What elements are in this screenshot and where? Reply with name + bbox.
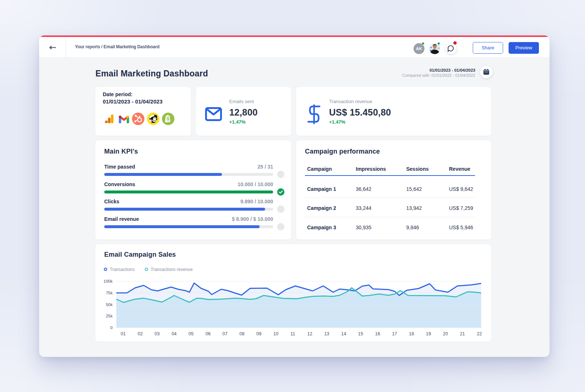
- svg-text:04: 04: [171, 331, 177, 336]
- svg-text:100k: 100k: [103, 279, 113, 283]
- svg-text:16: 16: [375, 331, 380, 336]
- svg-text:22: 22: [477, 331, 482, 336]
- svg-text:12: 12: [307, 331, 312, 336]
- svg-text:13: 13: [324, 331, 329, 336]
- svg-text:14: 14: [341, 331, 346, 336]
- svg-text:25k: 25k: [106, 314, 113, 318]
- svg-text:15: 15: [358, 331, 363, 336]
- svg-text:01: 01: [121, 331, 126, 336]
- svg-text:10: 10: [273, 331, 278, 336]
- svg-text:19: 19: [426, 331, 431, 336]
- svg-text:S: S: [166, 116, 169, 121]
- svg-text:21: 21: [460, 331, 465, 336]
- svg-text:75k: 75k: [106, 291, 113, 295]
- svg-text:03: 03: [155, 331, 160, 336]
- svg-text:02: 02: [137, 331, 143, 336]
- svg-text:50k: 50k: [106, 302, 113, 307]
- svg-text:11: 11: [290, 331, 295, 336]
- svg-text:09: 09: [256, 331, 261, 336]
- svg-text:08: 08: [239, 331, 245, 336]
- svg-text:20: 20: [443, 331, 448, 336]
- svg-text:0: 0: [110, 325, 113, 330]
- svg-text:17: 17: [392, 331, 397, 336]
- svg-text:06: 06: [205, 331, 211, 336]
- svg-text:18: 18: [409, 331, 414, 336]
- svg-text:05: 05: [189, 331, 194, 336]
- svg-text:07: 07: [222, 331, 227, 336]
